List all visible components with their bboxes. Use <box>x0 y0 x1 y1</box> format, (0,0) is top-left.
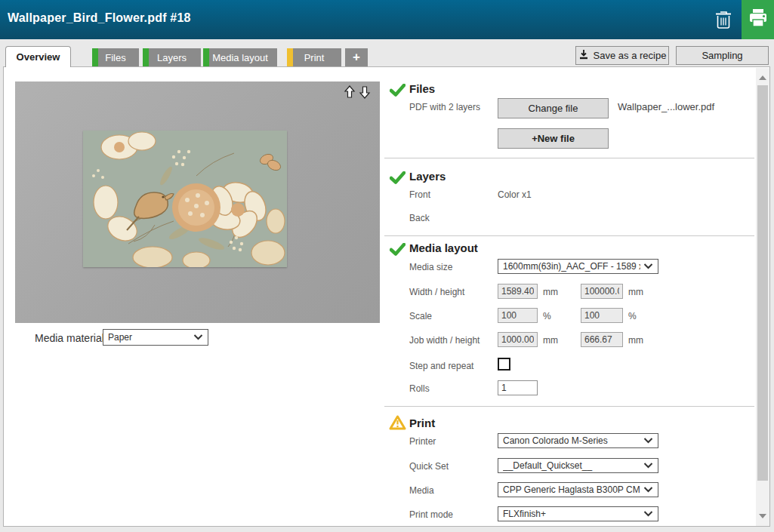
job-title: Wallpaper_Bird_Flower.pdf #18 <box>8 11 191 25</box>
layers-section-title: Layers <box>409 170 446 183</box>
print-mode-value: FLXfinish+ <box>503 509 640 519</box>
media-layout-section-title: Media layout <box>409 241 478 254</box>
tab-print-label: Print <box>304 52 325 63</box>
job-height-unit: mm <box>628 335 643 346</box>
tab-media-layout[interactable]: Media layout <box>203 48 277 66</box>
tab-media-layout-label: Media layout <box>212 52 268 63</box>
files-subtitle: PDF with 2 layers <box>409 102 480 112</box>
tab-layers-status-stripe <box>143 48 149 66</box>
tab-files-label: Files <box>105 52 125 63</box>
print-warning-icon <box>389 415 406 433</box>
section-divider <box>384 406 754 407</box>
scale-height-input[interactable] <box>581 308 623 323</box>
scale-width-unit: % <box>543 311 551 321</box>
media-material-value: Paper <box>108 332 190 343</box>
width-height-label: Width / height <box>409 287 464 297</box>
media-value: CPP Generic Haglasta B300P CMYKSS-AU- <box>503 484 640 495</box>
media-width-input[interactable] <box>498 284 538 299</box>
print-mode-select[interactable]: FLXfinish+ <box>498 506 658 521</box>
quick-set-value: __Default_Quickset__ <box>503 460 640 471</box>
title-bar: Wallpaper_Bird_Flower.pdf #18 <box>0 0 774 39</box>
media-height-input[interactable] <box>581 284 623 299</box>
change-file-button[interactable]: Change file <box>498 98 609 118</box>
preview-artwork <box>83 131 287 267</box>
chevron-down-icon <box>643 438 653 444</box>
printer-select[interactable]: Canon Colorado M-Series <box>498 433 658 448</box>
step-and-repeat-label: Step and repeat <box>409 361 473 371</box>
delete-job-button[interactable] <box>714 9 735 30</box>
back-label: Back <box>409 213 430 223</box>
step-and-repeat-checkbox[interactable] <box>498 358 510 371</box>
section-divider <box>384 158 754 158</box>
tab-add-button[interactable]: + <box>345 48 368 66</box>
tab-print-status-stripe <box>287 48 293 66</box>
printer-value: Canon Colorado M-Series <box>503 435 640 446</box>
media-size-label: Media size <box>409 262 452 272</box>
printer-label: Printer <box>409 436 436 447</box>
tab-overview-label: Overview <box>17 51 60 63</box>
scale-label: Scale <box>409 311 432 321</box>
scale-height-unit: % <box>628 311 637 321</box>
chevron-down-icon <box>643 463 653 469</box>
job-height-input[interactable] <box>581 332 623 347</box>
sampling-label: Sampling <box>702 50 742 61</box>
move-up-icon[interactable] <box>344 85 356 102</box>
print-mode-label: Print mode <box>409 509 453 520</box>
overview-panel: Media material Paper Files PDF with 2 la… <box>3 66 770 527</box>
printer-icon <box>747 7 769 32</box>
scrollbar-thumb[interactable] <box>757 85 768 481</box>
new-file-label: +New file <box>532 133 575 144</box>
height-unit: mm <box>628 287 643 297</box>
front-value: Color x1 <box>498 189 532 200</box>
files-ok-check-icon <box>390 84 406 100</box>
download-icon <box>578 49 589 62</box>
media-select[interactable]: CPP Generic Haglasta B300P CMYKSS-AU- <box>498 482 658 497</box>
layers-ok-check-icon <box>390 171 406 187</box>
tab-media-layout-status-stripe <box>203 48 209 66</box>
rolls-input[interactable] <box>498 380 538 395</box>
new-file-button[interactable]: +New file <box>498 128 609 149</box>
section-divider <box>384 235 754 236</box>
chevron-down-icon <box>643 263 653 269</box>
trash-icon <box>714 20 733 32</box>
media-label: Media <box>409 485 434 496</box>
scroll-down-icon[interactable] <box>759 514 766 518</box>
chevron-down-icon <box>193 334 203 340</box>
vertical-scrollbar[interactable] <box>756 68 769 526</box>
print-button[interactable] <box>742 0 774 39</box>
tab-overview[interactable]: Overview <box>5 46 71 67</box>
media-size-select[interactable]: 1600mm(63in)_AAC_OFF - 1589 x 100000 <box>498 259 658 274</box>
job-width-input[interactable] <box>498 332 538 347</box>
plus-icon: + <box>353 50 360 65</box>
tab-print[interactable]: Print <box>287 48 341 66</box>
scroll-up-icon[interactable] <box>759 75 766 80</box>
move-down-icon[interactable] <box>359 85 371 102</box>
media-layout-ok-check-icon <box>390 243 406 259</box>
media-size-value: 1600mm(63in)_AAC_OFF - 1589 x 100000 <box>503 261 640 272</box>
quick-set-select[interactable]: __Default_Quickset__ <box>498 458 658 473</box>
save-as-recipe-button[interactable]: Save as a recipe <box>575 46 669 65</box>
chevron-down-icon <box>643 487 653 493</box>
front-label: Front <box>409 189 430 200</box>
quick-set-label: Quick Set <box>409 461 449 472</box>
current-file-name: Wallpaper_...lower.pdf <box>618 101 714 112</box>
chevron-down-icon <box>643 511 653 517</box>
tab-layers[interactable]: Layers <box>143 48 201 66</box>
scale-width-input[interactable] <box>498 308 538 323</box>
job-width-unit: mm <box>543 335 558 346</box>
media-material-select[interactable]: Paper <box>103 329 208 346</box>
tab-files[interactable]: Files <box>92 48 139 66</box>
media-material-label: Media material <box>35 332 104 344</box>
save-as-recipe-label: Save as a recipe <box>594 50 667 61</box>
rolls-label: Rolls <box>409 383 430 394</box>
sampling-button[interactable]: Sampling <box>676 46 769 65</box>
width-unit: mm <box>543 287 558 297</box>
tab-layers-label: Layers <box>157 52 187 63</box>
print-section-title: Print <box>409 417 435 429</box>
job-width-height-label: Job width / height <box>409 335 480 346</box>
change-file-label: Change file <box>529 103 578 114</box>
job-preview-area <box>15 81 380 323</box>
tab-files-status-stripe <box>92 48 98 66</box>
files-section-title: Files <box>409 82 435 95</box>
